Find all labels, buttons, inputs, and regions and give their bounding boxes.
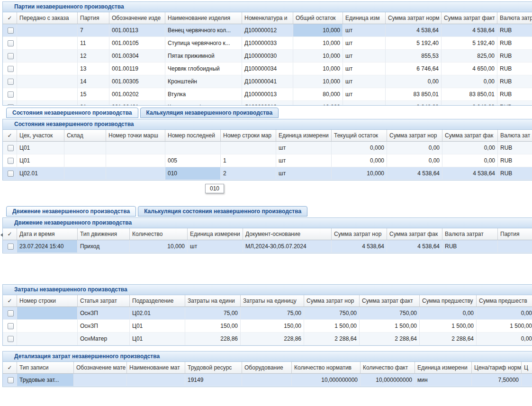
- grid-cell[interactable]: 1 500,00: [477, 320, 532, 333]
- grid-cell[interactable]: ОснМатер: [78, 333, 130, 345]
- grid-cell[interactable]: шт: [343, 101, 386, 105]
- grid-cell[interactable]: [17, 24, 78, 37]
- grid-cell[interactable]: 0,00: [442, 154, 498, 167]
- column-header[interactable]: Цена/тариф норма: [472, 362, 522, 374]
- column-header[interactable]: Номенклатура и: [242, 12, 293, 24]
- inline-cell-editor[interactable]: 010: [205, 184, 224, 193]
- grid-cell[interactable]: 001.00304: [109, 50, 165, 63]
- grid-cell[interactable]: [64, 167, 106, 180]
- grid-cell[interactable]: 0,00: [387, 154, 442, 167]
- grid-cell[interactable]: [242, 374, 292, 387]
- grid-cell[interactable]: [64, 142, 106, 154]
- column-header[interactable]: Номер точки марш: [106, 130, 165, 142]
- column-header[interactable]: Затраты на единицу: [241, 295, 304, 307]
- grid-cell[interactable]: [106, 154, 165, 167]
- column-header[interactable]: Сумма затрат факт: [360, 295, 420, 307]
- grid-cell[interactable]: RUB: [497, 101, 532, 105]
- grid-cell[interactable]: шт: [276, 142, 332, 154]
- grid-cell[interactable]: шт: [343, 50, 386, 63]
- grid-cell[interactable]: [17, 88, 78, 101]
- grid-cell[interactable]: [74, 374, 127, 387]
- column-header[interactable]: Номер последней: [165, 130, 221, 142]
- table-row[interactable]: Трудовые зат...1914910,00000000010,00000…: [3, 374, 532, 387]
- grid-cell[interactable]: Втулка: [165, 88, 242, 101]
- row-checkbox[interactable]: [8, 104, 14, 106]
- grid-cell[interactable]: RUB: [498, 154, 532, 167]
- column-header[interactable]: Сумма затрат нор: [387, 130, 442, 142]
- grid-cell[interactable]: 1 500,00: [304, 320, 360, 333]
- grid-cell[interactable]: 10,000000000: [361, 374, 415, 387]
- grid-cell[interactable]: [17, 37, 78, 50]
- grid-cell[interactable]: шт: [276, 167, 332, 180]
- grid-cell[interactable]: Ц01: [130, 320, 185, 333]
- grid-cell[interactable]: Д100000033: [242, 37, 293, 50]
- grid-cell[interactable]: 12: [78, 50, 109, 63]
- grid-cell[interactable]: шт: [343, 37, 386, 50]
- grid-cell[interactable]: 150,00: [241, 320, 304, 333]
- grid-cell[interactable]: 001.00305: [109, 75, 165, 88]
- column-header[interactable]: Сумма затрат фак: [442, 130, 498, 142]
- grid-cell[interactable]: Ц02.01: [17, 167, 64, 180]
- table-row[interactable]: 13001.00119Червяк глобоидныйД10000003410…: [3, 63, 532, 75]
- row-checkbox[interactable]: [8, 310, 14, 316]
- column-header[interactable]: Количество факт: [361, 362, 415, 374]
- column-header[interactable]: Обозначение мате: [74, 362, 127, 374]
- column-header[interactable]: Сумма предшеств: [477, 295, 532, 307]
- grid-cell[interactable]: RUB: [498, 142, 532, 154]
- column-header[interactable]: Количество: [130, 228, 188, 240]
- grid-cell[interactable]: 13: [78, 63, 109, 75]
- grid-cell[interactable]: [64, 154, 106, 167]
- grid-cell[interactable]: 4 538,64: [387, 167, 442, 180]
- grid-cell[interactable]: 83 850,01: [386, 88, 442, 101]
- column-header[interactable]: Номер строки мар: [221, 130, 276, 142]
- column-header[interactable]: Трудовой ресурс: [185, 362, 242, 374]
- column-header[interactable]: Сумма предшеству: [420, 295, 477, 307]
- table-row[interactable]: 12001.00304Пятак прижимнойД10000003010,0…: [3, 50, 532, 63]
- row-checkbox[interactable]: [8, 66, 14, 72]
- row-checkbox[interactable]: [8, 158, 14, 164]
- select-all-column-header[interactable]: ✓: [3, 362, 17, 374]
- grid-cell[interactable]: [17, 101, 78, 105]
- grid-cell[interactable]: шт: [343, 75, 386, 88]
- column-header[interactable]: Оборудование: [242, 362, 292, 374]
- grid-cell[interactable]: 001.00113: [109, 24, 165, 37]
- grid-cell[interactable]: RUB: [497, 50, 532, 63]
- grid-cell[interactable]: [498, 240, 532, 253]
- grid-cell[interactable]: [17, 75, 78, 88]
- row-checkbox[interactable]: [8, 91, 14, 98]
- grid-cell[interactable]: Д100000013: [242, 88, 293, 101]
- select-all-column-header[interactable]: ✓: [3, 12, 17, 24]
- grid-cell[interactable]: 005: [165, 154, 221, 167]
- grid-cell[interactable]: RUB: [497, 37, 532, 50]
- grid-cell[interactable]: 80,000: [293, 88, 343, 101]
- grid-cell[interactable]: 825,00: [442, 50, 497, 63]
- grid-cell[interactable]: RUB: [442, 240, 498, 253]
- grid-cell[interactable]: [522, 374, 532, 387]
- column-header[interactable]: Текущий остаток: [332, 130, 387, 142]
- grid-cell[interactable]: 10,000: [293, 50, 343, 63]
- grid-cell[interactable]: мин: [415, 374, 472, 387]
- grid-cell[interactable]: 2 288,64: [304, 333, 360, 345]
- grid-cell[interactable]: 4 538,64: [387, 240, 442, 253]
- grid-cell[interactable]: Пятак прижимной: [165, 50, 242, 63]
- table-row[interactable]: Ц010051шт0,0000,000,00RUB: [3, 154, 532, 167]
- row-checkbox[interactable]: [8, 171, 14, 177]
- grid-cell[interactable]: 0,00: [477, 333, 532, 345]
- column-header[interactable]: Тип движения: [78, 228, 130, 240]
- table-row[interactable]: 23.07.2024 15:40Приход10,000штМЛ,2024-30…: [3, 240, 532, 253]
- grid-cell[interactable]: 4 650,00: [442, 63, 497, 75]
- grid-cell[interactable]: 0,00: [442, 75, 497, 88]
- grid-cell[interactable]: 2: [221, 167, 276, 180]
- grid-cell[interactable]: 4 538,64: [442, 167, 498, 180]
- grid-cell[interactable]: 0,00: [387, 142, 442, 154]
- grid-cell[interactable]: 75,00: [241, 307, 304, 320]
- grid-cell[interactable]: Приход: [78, 240, 130, 253]
- grid-cell[interactable]: [17, 50, 78, 63]
- grid-cell[interactable]: Венец червячного кол...: [165, 24, 242, 37]
- grid-cell[interactable]: 14: [78, 75, 109, 88]
- column-header[interactable]: Наименование мат: [127, 362, 185, 374]
- column-header[interactable]: Сумма затрат фак: [387, 228, 442, 240]
- grid-cell[interactable]: 750,00: [360, 307, 420, 320]
- grid-cell[interactable]: 010: [165, 167, 221, 180]
- grid-cell[interactable]: 0,00: [477, 307, 532, 320]
